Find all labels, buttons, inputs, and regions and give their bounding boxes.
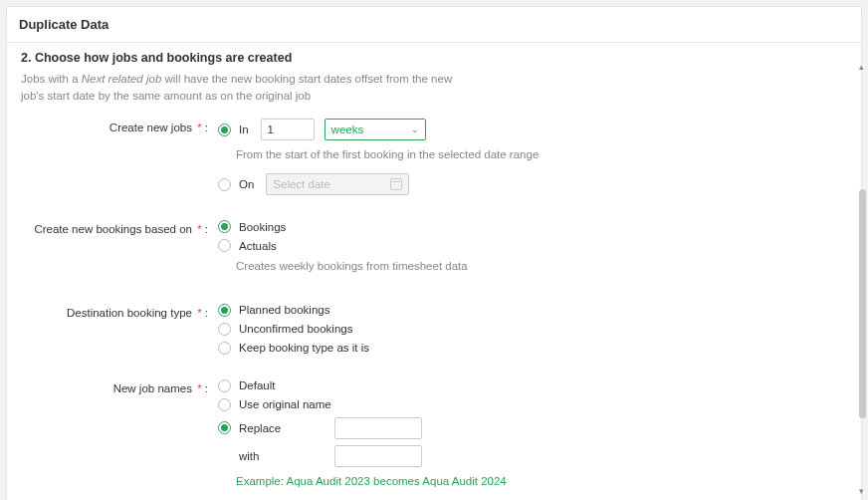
- controls-new-job-names: Default Use original name Replace with E…: [218, 378, 847, 500]
- opt-keep: Keep booking type as it is: [218, 342, 847, 355]
- label-dest-booking-type: Destination booking type * :: [21, 303, 218, 319]
- required-marker: *: [194, 122, 202, 133]
- radio-unconfirmed[interactable]: [218, 323, 231, 336]
- panel-title: Duplicate Data: [7, 7, 861, 43]
- label-text: Destination booking type: [67, 307, 192, 319]
- unit-dropdown[interactable]: weeks ⌄: [325, 119, 426, 140]
- radio-default[interactable]: [218, 379, 231, 392]
- desc-prefix: Jobs with a: [21, 73, 82, 85]
- on-date-placeholder: Select date: [273, 178, 330, 190]
- in-number-input[interactable]: [261, 119, 315, 140]
- opt-with: with: [218, 445, 847, 467]
- label-bookings-based-on: Create new bookings based on * :: [21, 219, 218, 235]
- label-text: Create new bookings based on: [34, 223, 192, 235]
- radio-on[interactable]: [218, 178, 231, 191]
- row-bookings-based-on: Create new bookings based on * : Booking…: [21, 219, 847, 285]
- scrollbar-thumb[interactable]: [859, 189, 866, 418]
- label-text: New job names: [113, 382, 192, 394]
- section-2-title: 2. Choose how jobs and bookings are crea…: [21, 51, 847, 65]
- unit-dropdown-value: weeks: [331, 124, 364, 135]
- label-new-job-names: New job names * :: [21, 378, 218, 394]
- in-hint: From the start of the first booking in t…: [236, 146, 574, 163]
- opt-bookings: Bookings: [218, 220, 847, 233]
- opt-actuals: Actuals: [218, 239, 847, 252]
- radio-planned-label: Planned bookings: [239, 304, 329, 316]
- radio-actuals-label: Actuals: [239, 240, 277, 252]
- opt-default: Default: [218, 379, 847, 392]
- calendar-icon: [390, 178, 402, 190]
- controls-bookings-based-on: Bookings Actuals Creates weekly bookings…: [218, 219, 847, 285]
- opt-replace: Replace: [218, 417, 847, 439]
- replace-example: Example: Aqua Audit 2023 becomes Aqua Au…: [236, 473, 574, 490]
- required-marker: *: [194, 223, 202, 235]
- radio-in-label: In: [239, 124, 249, 135]
- radio-on-label: On: [239, 178, 254, 190]
- controls-dest-booking-type: Planned bookings Unconfirmed bookings Ke…: [218, 303, 847, 361]
- row-dest-booking-type: Destination booking type * : Planned boo…: [21, 303, 847, 361]
- radio-planned[interactable]: [218, 304, 231, 317]
- radio-bookings[interactable]: [218, 220, 231, 233]
- radio-replace-label: Replace: [239, 422, 334, 434]
- radio-default-label: Default: [239, 379, 275, 391]
- section-2-description: Jobs with a Next related job will have t…: [21, 71, 459, 104]
- radio-in[interactable]: [218, 124, 231, 136]
- on-controls: Select date: [266, 173, 409, 195]
- label-create-new-jobs: Create new jobs * :: [21, 118, 218, 133]
- with-label: with: [239, 450, 334, 462]
- scroll-arrow-down-icon[interactable]: ▾: [856, 486, 866, 496]
- radio-unconfirmed-label: Unconfirmed bookings: [239, 323, 352, 335]
- controls-create-new-jobs: In weeks ⌄ From the start of the first b…: [218, 118, 847, 201]
- desc-em: Next related job: [82, 73, 162, 85]
- radio-original-label: Use original name: [239, 398, 331, 410]
- opt-on: On Select date: [218, 173, 847, 195]
- panel-body: 2. Choose how jobs and bookings are crea…: [7, 43, 861, 500]
- radio-keep-label: Keep booking type as it is: [239, 342, 369, 354]
- actuals-hint: Creates weekly bookings from timesheet d…: [236, 258, 574, 275]
- duplicate-data-panel: Duplicate Data 2. Choose how jobs and bo…: [6, 6, 862, 500]
- opt-original: Use original name: [218, 398, 847, 411]
- radio-keep[interactable]: [218, 342, 231, 355]
- required-marker: *: [194, 382, 202, 394]
- radio-replace[interactable]: [218, 421, 231, 434]
- replace-find-input[interactable]: [334, 417, 422, 439]
- label-text: Create new jobs: [109, 122, 192, 133]
- radio-bookings-label: Bookings: [239, 221, 286, 233]
- radio-original[interactable]: [218, 398, 231, 411]
- chevron-down-icon: ⌄: [411, 125, 419, 134]
- row-create-new-jobs: Create new jobs * : In weeks ⌄ From the …: [21, 118, 847, 201]
- replace-with-input[interactable]: [334, 445, 422, 467]
- row-new-job-names: New job names * : Default Use original n…: [21, 378, 847, 500]
- in-controls: weeks ⌄: [261, 119, 426, 140]
- on-date-picker: Select date: [266, 173, 409, 195]
- required-marker: *: [194, 307, 202, 319]
- radio-actuals[interactable]: [218, 239, 231, 252]
- opt-in: In weeks ⌄: [218, 119, 847, 140]
- opt-unconfirmed: Unconfirmed bookings: [218, 323, 847, 336]
- opt-planned: Planned bookings: [218, 304, 847, 317]
- scrollbar-track[interactable]: [859, 70, 866, 488]
